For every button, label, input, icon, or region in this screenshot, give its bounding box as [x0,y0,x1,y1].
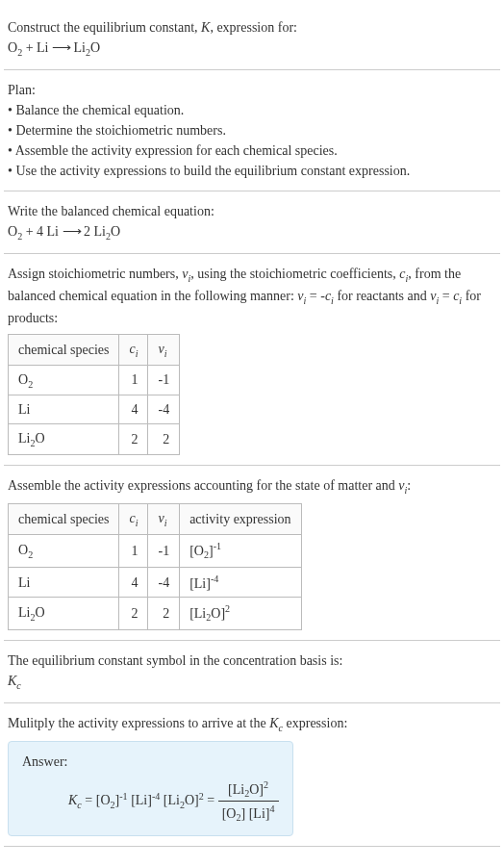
answer-box: Answer: Kc = [O2]-1 [Li]-4 [Li2O]2 = [Li… [8,741,293,836]
cell-expr: [O2]-1 [180,535,301,568]
table-row: Li 4 -4 [9,395,180,424]
cell-species: Li [9,395,119,424]
cell-c: 4 [119,395,148,424]
table-row: Li 4 -4 [Li]-4 [9,567,302,598]
symbol-heading: The equilibrium constant symbol in the c… [8,650,496,671]
intro-heading: Construct the equilibrium constant, K, e… [8,17,496,38]
cell-c: 2 [119,598,148,630]
cell-species: O2 [9,535,119,568]
cell-expr: [Li2O]2 [180,598,301,630]
cell-c: 2 [119,424,148,455]
stoich-section: Assign stoichiometric numbers, νi, using… [4,254,500,467]
answer-label: Answer: [22,752,279,772]
col-ci: ci [119,504,148,535]
table-row: O2 1 -1 [O2]-1 [9,535,302,568]
cell-nu: -4 [148,395,180,424]
cell-nu: -1 [148,535,180,568]
cell-c: 4 [119,567,148,598]
col-expr: activity expression [180,504,301,535]
table-row: Li2O 2 2 [Li2O]2 [9,598,302,630]
stoich-table: chemical species ci νi O2 1 -1 Li 4 -4 L… [8,334,180,456]
intro-heading-text: Construct the equilibrium constant, K, e… [8,20,297,35]
activity-heading: Assemble the activity expressions accoun… [8,475,496,497]
cell-c: 1 [119,535,148,568]
table-row: Li2O 2 2 [9,424,180,455]
col-nui: νi [148,334,180,365]
intro-equation: O2 + Li ⟶ Li2O [8,38,496,60]
cell-species: Li [9,567,119,598]
table-header-row: chemical species ci νi [9,334,180,365]
cell-nu: -1 [148,365,180,395]
cell-nu: 2 [148,598,180,630]
col-species: chemical species [9,504,119,535]
cell-species: Li2O [9,424,119,455]
col-nui: νi [148,504,180,535]
cell-nu: -4 [148,567,180,598]
plan-item: • Balance the chemical equation. [8,100,496,120]
plan-item: • Assemble the activity expression for e… [8,140,496,161]
stoich-heading: Assign stoichiometric numbers, νi, using… [8,264,496,328]
col-ci: ci [119,334,148,365]
activity-section: Assemble the activity expressions accoun… [4,466,500,641]
balanced-heading: Write the balanced chemical equation: [8,201,496,221]
cell-species: Li2O [9,598,119,630]
col-species: chemical species [9,334,119,365]
multiply-heading: Mulitply the activity expressions to arr… [8,713,496,735]
answer-expression: Kc = [O2]-1 [Li]-4 [Li2O]2 = [Li2O]2 [O2… [68,778,279,826]
cell-nu: 2 [148,424,180,455]
plan-heading: Plan: [8,80,496,100]
symbol-section: The equilibrium constant symbol in the c… [4,641,500,703]
cell-species: O2 [9,365,119,395]
cell-c: 1 [119,365,148,395]
cell-expr: [Li]-4 [180,567,301,598]
balanced-equation: O2 + 4 Li ⟶ 2 Li2O [8,221,496,243]
table-row: O2 1 -1 [9,365,180,395]
multiply-section: Mulitply the activity expressions to arr… [4,703,500,847]
balanced-section: Write the balanced chemical equation: O2… [4,191,500,254]
intro-section: Construct the equilibrium constant, K, e… [4,8,500,70]
activity-table: chemical species ci νi activity expressi… [8,503,302,630]
plan-section: Plan: • Balance the chemical equation. •… [4,70,500,191]
plan-item: • Use the activity expressions to build … [8,161,496,181]
symbol-value: Kc [8,671,496,693]
table-header-row: chemical species ci νi activity expressi… [9,504,302,535]
plan-item: • Determine the stoichiometric numbers. [8,120,496,140]
